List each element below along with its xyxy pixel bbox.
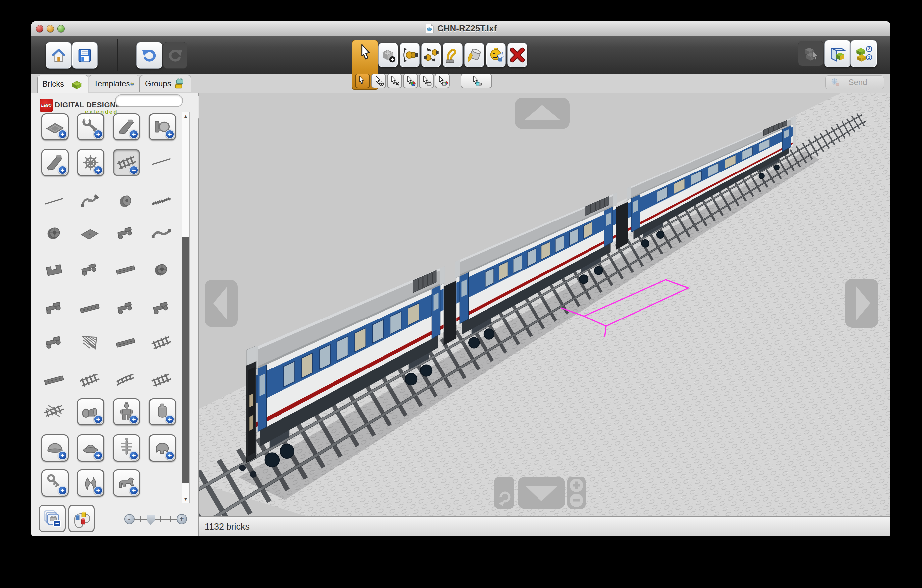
- hinge-align-button[interactable]: [421, 43, 441, 67]
- scroll-up-arrow[interactable]: ▲: [182, 112, 190, 121]
- select-add-button[interactable]: [371, 74, 386, 88]
- send-button[interactable]: Send: [825, 75, 884, 90]
- flex-button[interactable]: [443, 43, 463, 67]
- palette-item-antenna-rod[interactable]: [149, 149, 176, 176]
- title-bar[interactable]: CHN-RZ25T.lxf: [31, 21, 890, 36]
- palette-item-tools[interactable]: +: [77, 113, 104, 140]
- zoom-controls[interactable]: [567, 477, 585, 509]
- color-filter-button[interactable]: [68, 505, 95, 532]
- undo-button[interactable]: [136, 42, 162, 69]
- palette-item-train-base[interactable]: [113, 257, 140, 284]
- home-button[interactable]: [46, 42, 72, 69]
- palette-item-minifigure[interactable]: +: [113, 398, 140, 425]
- palette-item-tail-wing[interactable]: +: [113, 113, 140, 140]
- palette-item-head-container[interactable]: +: [149, 398, 176, 425]
- pan-down-button[interactable]: [518, 477, 565, 509]
- bogie-part-icon: [44, 298, 64, 318]
- paint-button[interactable]: [464, 43, 484, 67]
- lego-logo: LEGO: [40, 99, 53, 112]
- palette-item-horns[interactable]: +: [77, 469, 104, 497]
- build-mode-button[interactable]: [798, 41, 823, 66]
- icon-size-slider[interactable]: - +: [124, 513, 187, 526]
- select-by-color-button[interactable]: [403, 74, 418, 88]
- palette-item-corrugated-rod[interactable]: [149, 189, 176, 216]
- redo-button[interactable]: [163, 42, 188, 69]
- palette-item-track-ladder[interactable]: [149, 330, 176, 357]
- palette-item-track-narrow[interactable]: [149, 368, 176, 395]
- select-remove-button[interactable]: [387, 74, 402, 88]
- palette-item-key[interactable]: +: [41, 469, 69, 497]
- palette-item-dog[interactable]: +: [113, 469, 140, 497]
- zoom-button[interactable]: [57, 25, 65, 33]
- search-input[interactable]: [115, 94, 183, 107]
- palette-item-bogie-b[interactable]: [113, 296, 140, 323]
- palette-item-plow-blade[interactable]: +: [41, 149, 69, 176]
- cursor-icon: [356, 43, 374, 62]
- palette-item-bogie-arm[interactable]: [113, 221, 140, 248]
- scene-canvas[interactable]: [199, 93, 890, 516]
- palette-item-whip-rod[interactable]: [41, 189, 69, 216]
- size-increase-button[interactable]: +: [177, 514, 187, 524]
- tab-templates[interactable]: Templates: [89, 75, 140, 92]
- tab-groups-label: Groups: [145, 79, 171, 88]
- palette-item-headgear[interactable]: +: [149, 434, 176, 462]
- building-guide-mode-button[interactable]: [850, 40, 877, 67]
- palette-item-pipe-assembly[interactable]: [77, 189, 104, 216]
- select-single-button[interactable]: [355, 74, 370, 88]
- palette-item-bogie-small[interactable]: [77, 257, 104, 284]
- minimize-button[interactable]: [47, 25, 54, 33]
- palette-item-flat-plate[interactable]: [77, 221, 104, 248]
- tab-bricks[interactable]: Bricks: [38, 75, 88, 93]
- palette-item-bogie-d[interactable]: [41, 330, 69, 357]
- palette-item-grate-ramp[interactable]: [77, 330, 104, 357]
- palette-item-train-chassis[interactable]: [77, 296, 104, 323]
- palette-item-baseplates[interactable]: +: [41, 113, 69, 140]
- palette-scrollbar-thumb[interactable]: [182, 237, 190, 483]
- select-by-shape-button[interactable]: [419, 74, 434, 88]
- train-scene[interactable]: [199, 93, 890, 516]
- palette-item-wheel-large[interactable]: [149, 257, 176, 284]
- close-button[interactable]: [36, 25, 43, 33]
- rotate-view-button[interactable]: [494, 477, 514, 509]
- view-mode-button[interactable]: [824, 40, 851, 67]
- palette-item-round-panel[interactable]: +: [149, 113, 176, 140]
- palette-item-bogie-c[interactable]: [149, 296, 176, 323]
- scroll-down-arrow[interactable]: ▼: [182, 495, 190, 503]
- palette-item-plate-long[interactable]: [41, 368, 69, 395]
- 3d-viewport[interactable]: [199, 93, 890, 516]
- select-connected-button[interactable]: [461, 74, 492, 88]
- palette-item-wheel[interactable]: [41, 221, 69, 248]
- save-button[interactable]: [72, 42, 98, 69]
- palette-item-train-tracks[interactable]: −: [113, 149, 140, 176]
- palette-item-funnel[interactable]: +: [77, 398, 104, 425]
- plus-badge: +: [165, 415, 174, 424]
- palette-item-track-curve[interactable]: [113, 368, 140, 395]
- palette-item-plate-with-holes[interactable]: [113, 330, 140, 357]
- palette-item-track-straight[interactable]: [77, 368, 104, 395]
- delete-button[interactable]: [507, 43, 527, 67]
- palette-item-s-bracket[interactable]: [149, 221, 176, 248]
- left-arrow-icon: [205, 280, 238, 327]
- status-bar: 1132 bricks: [199, 516, 890, 536]
- palette-item-dome[interactable]: +: [41, 434, 69, 462]
- collapse-groups-button[interactable]: [39, 505, 65, 532]
- hide-button[interactable]: [486, 43, 506, 67]
- pan-right-button[interactable]: [845, 279, 878, 328]
- palette-item-bogie-frame[interactable]: [41, 257, 69, 284]
- plus-badge: +: [94, 165, 103, 175]
- bracket-part-icon: [44, 260, 64, 280]
- palette-item-skeleton-torso[interactable]: +: [113, 434, 140, 462]
- clone-button[interactable]: [378, 43, 398, 67]
- pan-up-button[interactable]: [515, 98, 570, 129]
- palette-item-bogie-a[interactable]: [41, 296, 69, 323]
- palette-item-train-wheel-disc[interactable]: [113, 189, 140, 216]
- palette-item-hat[interactable]: +: [77, 434, 104, 462]
- slider-thumb[interactable]: [147, 514, 155, 525]
- palette-item-track-crossing[interactable]: [41, 398, 69, 425]
- select-by-color-and-shape-button[interactable]: [435, 74, 450, 88]
- size-decrease-button[interactable]: -: [124, 514, 135, 524]
- palette-item-ships-wheel[interactable]: +: [77, 149, 104, 176]
- tab-groups[interactable]: Groups: [140, 75, 191, 92]
- hinge-button[interactable]: [400, 43, 420, 67]
- pan-left-button[interactable]: [205, 280, 238, 327]
